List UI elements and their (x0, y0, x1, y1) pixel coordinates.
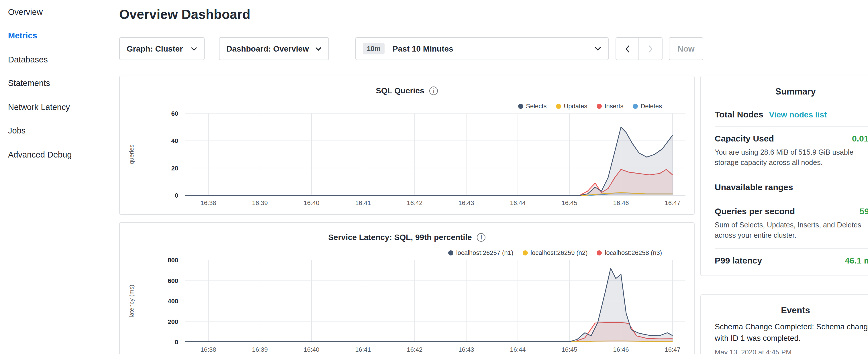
summary-metric-label: Queries per second (715, 206, 795, 216)
svg-text:16:45: 16:45 (561, 199, 577, 206)
svg-text:16:44: 16:44 (510, 346, 526, 353)
summary-panel: Summary Total Nodes View nodes list 3 Ca… (700, 75, 868, 276)
summary-metric-label: Capacity Used (715, 133, 774, 143)
time-window-badge: 10m (363, 43, 384, 55)
event-timestamp: May 13, 2020 at 4:45 PM (715, 348, 868, 354)
summary-metric-label: Total Nodes (715, 109, 763, 119)
time-range-selector[interactable]: 10m Past 10 Minutes (355, 37, 609, 60)
svg-text:600: 600 (168, 277, 178, 284)
time-range-label: Past 10 Minutes (393, 44, 453, 53)
graph-dropdown-label: Graph: Cluster (127, 44, 183, 53)
chart-plot-area[interactable]: 020040060080016:3816:3916:4016:4116:4216… (120, 246, 694, 354)
time-step-buttons (616, 37, 662, 60)
series-area (185, 127, 673, 195)
sidebar-item-statements[interactable]: Statements (8, 71, 109, 95)
view-nodes-list-link[interactable]: View nodes list (769, 110, 827, 119)
sidebar-item-network-latency[interactable]: Network Latency (8, 95, 109, 119)
svg-text:16:38: 16:38 (200, 199, 216, 206)
svg-text:200: 200 (168, 318, 178, 325)
dashboard-dropdown[interactable]: Dashboard: Overview (219, 37, 329, 60)
events-panel: Events Schema Change Completed: Schema c… (700, 294, 868, 354)
svg-text:16:40: 16:40 (304, 199, 319, 206)
sidebar: Overview Metrics Databases Statements Ne… (0, 0, 109, 166)
page-title: Overview Dashboard (119, 7, 250, 22)
summary-metric-value: 46.1 ms (845, 255, 868, 265)
chevron-down-icon (191, 47, 197, 51)
summary-row-p99-latency: P99 latency 46.1 ms (715, 248, 868, 272)
svg-text:0: 0 (175, 339, 178, 346)
chart-title-row: SQL Queries (120, 86, 694, 95)
chevron-right-icon (648, 45, 653, 53)
summary-metric-label: Unavailable ranges (715, 183, 793, 192)
event-text: Schema Change Completed: Schema change w… (715, 321, 868, 345)
summary-metric-caption: Sum of Selects, Updates, Inserts, and De… (715, 220, 868, 241)
svg-text:16:46: 16:46 (613, 199, 629, 206)
time-next-button[interactable] (639, 37, 662, 60)
info-icon[interactable] (477, 233, 486, 242)
svg-text:16:42: 16:42 (407, 199, 423, 206)
summary-metric-value: 59.7 (860, 206, 868, 216)
svg-text:16:42: 16:42 (407, 346, 423, 353)
svg-text:16:41: 16:41 (355, 346, 371, 353)
svg-text:16:39: 16:39 (252, 199, 268, 206)
summary-metric-value: 0.01% (852, 133, 868, 143)
service-latency-panel: Service Latency: SQL, 99th percentile lo… (119, 222, 694, 354)
graph-dropdown[interactable]: Graph: Cluster (119, 37, 205, 60)
events-title: Events (715, 303, 868, 321)
chart-title-row: Service Latency: SQL, 99th percentile (120, 232, 694, 242)
svg-text:latency (ms): latency (ms) (128, 285, 135, 317)
time-prev-button[interactable] (616, 37, 639, 60)
sql-queries-panel: SQL Queries SelectsUpdatesInsertsDeletes… (119, 75, 694, 215)
svg-text:16:47: 16:47 (664, 346, 680, 353)
series-line (185, 127, 673, 195)
info-icon[interactable] (430, 86, 438, 95)
sidebar-item-advanced-debug[interactable]: Advanced Debug (8, 142, 109, 166)
series-area (185, 268, 673, 342)
svg-text:queries: queries (128, 144, 135, 164)
dashboard-dropdown-label: Dashboard: Overview (226, 44, 309, 53)
svg-text:16:43: 16:43 (458, 199, 474, 206)
app-root: Overview Metrics Databases Statements Ne… (0, 0, 868, 354)
sidebar-item-overview[interactable]: Overview (8, 0, 109, 24)
svg-text:60: 60 (172, 110, 178, 117)
chevron-left-icon (625, 45, 629, 53)
chart-title: SQL Queries (376, 86, 424, 95)
dashboard-controls: Graph: Cluster Dashboard: Overview 10m P… (119, 37, 703, 60)
svg-text:16:47: 16:47 (664, 199, 680, 206)
svg-text:40: 40 (172, 137, 178, 144)
summary-metric-label: P99 latency (715, 255, 762, 265)
chevron-down-icon (315, 47, 321, 51)
chevron-down-icon (594, 46, 601, 51)
summary-metric-caption: You are using 28.6 MiB of 515.9 GiB usab… (715, 147, 868, 168)
svg-text:16:41: 16:41 (355, 199, 371, 206)
sidebar-item-metrics[interactable]: Metrics (8, 24, 109, 47)
svg-text:0: 0 (175, 192, 178, 199)
summary-row-total-nodes: Total Nodes View nodes list 3 (715, 102, 868, 127)
now-button[interactable]: Now (669, 37, 703, 60)
chart-title: Service Latency: SQL, 99th percentile (328, 232, 472, 242)
sidebar-item-databases[interactable]: Databases (8, 47, 109, 71)
svg-text:16:43: 16:43 (458, 346, 474, 353)
svg-text:16:45: 16:45 (561, 346, 577, 353)
chart-plot-area[interactable]: 020406016:3816:3916:4016:4116:4216:4316:… (120, 99, 694, 216)
svg-text:16:44: 16:44 (510, 199, 526, 206)
event-entry[interactable]: Schema Change Completed: Schema change w… (715, 321, 868, 354)
summary-row-capacity-used: Capacity Used 0.01% You are using 28.6 M… (715, 127, 868, 175)
summary-title: Summary (715, 84, 868, 102)
svg-text:16:39: 16:39 (252, 346, 268, 353)
sidebar-item-jobs[interactable]: Jobs (8, 119, 109, 142)
summary-row-queries-per-second: Queries per second 59.7 Sum of Selects, … (715, 200, 868, 249)
chart-canvas[interactable]: 020406016:3816:3916:4016:4116:4216:4316:… (120, 99, 694, 214)
chart-canvas[interactable]: 020040060080016:3816:3916:4016:4116:4216… (120, 246, 694, 354)
svg-text:16:46: 16:46 (613, 346, 629, 353)
svg-text:16:38: 16:38 (200, 346, 216, 353)
svg-text:20: 20 (172, 165, 178, 172)
svg-text:16:40: 16:40 (304, 346, 319, 353)
summary-row-unavailable-ranges: Unavailable ranges 0 (715, 175, 868, 200)
svg-text:800: 800 (168, 257, 178, 264)
svg-text:400: 400 (168, 297, 178, 305)
